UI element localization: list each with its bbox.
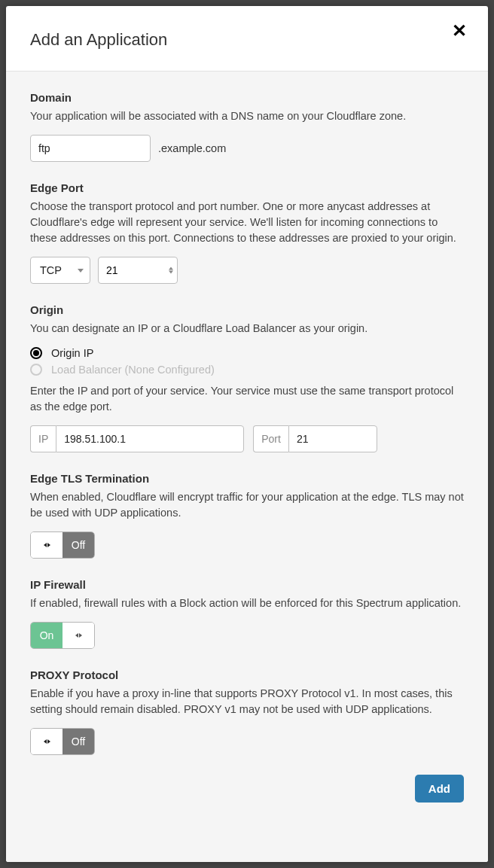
tls-desc: When enabled, Cloudflare will encrypt tr…: [30, 489, 464, 521]
arrows-icon: [44, 739, 50, 744]
edge-port-stepper[interactable]: [98, 257, 178, 284]
modal-body: Domain Your application will be associat…: [6, 72, 488, 862]
origin-section: Origin You can designate an IP or a Clou…: [30, 303, 464, 452]
toggle-off-label: Off: [63, 729, 94, 754]
load-balancer-radio-row: Load Balancer (None Configured): [30, 364, 464, 376]
origin-ip-option-label: Origin IP: [51, 347, 93, 359]
origin-label: Origin: [30, 303, 464, 316]
stepper-controls[interactable]: [169, 267, 173, 274]
edge-port-section: Edge Port Choose the transport protocol …: [30, 181, 464, 284]
load-balancer-option-label: Load Balancer (None Configured): [51, 364, 215, 376]
port-prefix-label: Port: [253, 425, 288, 452]
domain-desc: Your application will be associated with…: [30, 108, 464, 124]
proxy-desc: Enable if you have a proxy in-line that …: [30, 686, 464, 717]
proxy-label: PROXY Protocol: [30, 669, 464, 681]
edge-port-desc: Choose the transport protocol and port n…: [30, 199, 464, 246]
domain-label: Domain: [30, 91, 464, 104]
origin-ip-input[interactable]: [56, 425, 244, 452]
protocol-value: TCP: [40, 264, 62, 276]
protocol-select[interactable]: TCP: [30, 257, 90, 284]
proxy-toggle[interactable]: Off: [30, 728, 95, 755]
proxy-section: PROXY Protocol Enable if you have a prox…: [30, 669, 464, 755]
toggle-on-label: On: [31, 623, 63, 648]
add-button[interactable]: Add: [415, 775, 464, 803]
chevron-down-icon: [78, 269, 84, 273]
tls-label: Edge TLS Termination: [30, 472, 464, 485]
firewall-label: IP Firewall: [30, 578, 464, 591]
origin-desc: You can designate an IP or a Cloudflare …: [30, 321, 464, 337]
origin-ip-radio-row[interactable]: Origin IP: [30, 347, 464, 359]
radio-checked-icon[interactable]: [30, 347, 42, 359]
radio-unchecked-icon: [30, 364, 42, 376]
tls-section: Edge TLS Termination When enabled, Cloud…: [30, 472, 464, 559]
origin-port-input[interactable]: [288, 425, 377, 452]
toggle-handle: [31, 532, 63, 558]
modal-header: ✕ Add an Application: [6, 6, 488, 72]
tls-toggle[interactable]: Off: [30, 531, 95, 559]
domain-section: Domain Your application will be associat…: [30, 91, 464, 162]
close-icon[interactable]: ✕: [447, 21, 471, 41]
origin-ip-desc: Enter the IP and port of your service. Y…: [30, 383, 464, 415]
toggle-off-label: Off: [63, 532, 94, 558]
submit-row: Add: [30, 775, 464, 803]
chevron-up-icon[interactable]: [169, 267, 173, 270]
origin-port-group: Port: [253, 425, 377, 452]
zone-suffix: .example.com: [158, 142, 226, 154]
toggle-handle: [31, 729, 63, 754]
firewall-toggle[interactable]: On: [30, 622, 95, 649]
add-application-modal: ✕ Add an Application Domain Your applica…: [6, 6, 488, 862]
toggle-handle: [63, 623, 94, 648]
arrows-icon: [44, 543, 50, 547]
edge-port-label: Edge Port: [30, 181, 464, 194]
arrows-icon: [75, 633, 82, 638]
edge-port-input[interactable]: [98, 257, 178, 284]
subdomain-input[interactable]: [30, 135, 151, 162]
firewall-section: IP Firewall If enabled, firewall rules w…: [30, 578, 464, 649]
firewall-desc: If enabled, firewall rules with a Block …: [30, 595, 464, 611]
modal-title: Add an Application: [30, 30, 464, 50]
ip-prefix-label: IP: [30, 425, 56, 452]
chevron-down-icon[interactable]: [169, 271, 173, 274]
origin-ip-group: IP: [30, 425, 244, 452]
